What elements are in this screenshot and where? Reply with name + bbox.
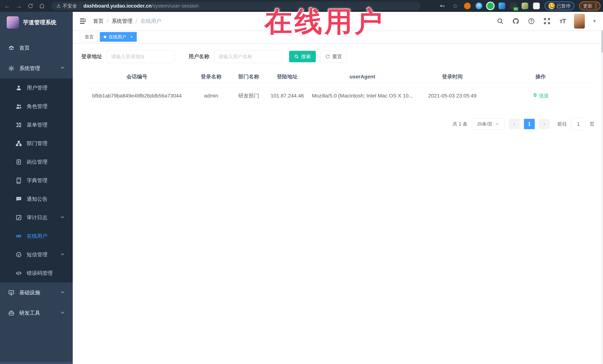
sidebar-item-15[interactable]: 研发工具 (0, 303, 73, 323)
home-icon[interactable] (38, 2, 46, 10)
font-size-icon[interactable]: тT (558, 17, 567, 25)
sidebar-logo-row[interactable]: 芋道管理系统 (0, 12, 73, 33)
extension-icon-pin[interactable] (475, 3, 482, 9)
goto-label: 前往 (557, 121, 567, 127)
column-header: 登录时间 (418, 71, 487, 83)
sidebar-item-label: 审计日志 (27, 214, 47, 221)
user-agent-cell: Mozilla/5.0 (Macintosh; Intel Mac OS X 1… (307, 83, 418, 109)
sidebar-item-14[interactable]: 基础设施 (0, 282, 73, 303)
search-button[interactable]: 搜索 (289, 51, 316, 62)
browser-toolbar: ← → ⚠ 不安全 dashboard.yudao.iocoder.cn /sy… (0, 0, 603, 12)
username-label: 用户名称 (188, 53, 209, 60)
main-area: 首页/系统管理/在线用户 тT ▼ (73, 12, 603, 364)
dept-cell: 研发部门 (230, 83, 268, 109)
sidebar-item-label: 短信管理 (27, 251, 47, 258)
column-header: userAgent (307, 71, 418, 83)
table-header-row: 会话编号登录名称部门名称登陆地址userAgent登录时间操作 (81, 71, 594, 83)
sidebar-item-10[interactable]: 审计日志 (0, 208, 73, 227)
goto-page-input[interactable] (571, 118, 586, 130)
sidebar-item-13[interactable]: 错误码管理 (0, 264, 73, 282)
sidebar-item-6[interactable]: 部门管理 (0, 134, 73, 153)
chevron-down-icon (60, 290, 65, 296)
sidebar-item-8[interactable]: 字典管理 (0, 171, 73, 190)
chrome-update-button[interactable]: 更新 (579, 1, 600, 10)
page-content: 登录地址 用户名称 搜索 重置 (73, 43, 603, 364)
address-bar[interactable]: ⚠ 不安全 dashboard.yudao.iocoder.cn /system… (51, 2, 420, 10)
next-page-button[interactable]: › (539, 119, 550, 129)
forward-icon[interactable]: → (15, 2, 23, 10)
sidebar-item-5[interactable]: 菜单管理 (0, 116, 73, 134)
sidebar-item-11[interactable]: 在线用户 (0, 227, 73, 245)
not-secure-icon: ⚠ (56, 3, 61, 9)
paused-label: 已暂停 (557, 3, 570, 9)
current-page-button[interactable]: 1 (524, 119, 535, 129)
sidebar-item-1[interactable]: 首页 (0, 38, 73, 58)
update-label: 更新 (583, 3, 592, 9)
help-icon[interactable] (527, 17, 535, 25)
profile-paused-chip[interactable]: 已暂停 (545, 1, 574, 10)
bookmark-star-icon[interactable]: ☆ (451, 2, 459, 10)
extension-icon-orange[interactable] (464, 3, 471, 9)
reset-button-label: 重置 (332, 53, 342, 60)
chevron-down-icon (60, 252, 65, 258)
login-address-input[interactable] (106, 50, 175, 63)
sidebar-item-2[interactable]: 系统管理 (0, 58, 73, 78)
extension-icon-puzzle[interactable] (533, 3, 540, 9)
total-count: 共 1 条 (452, 121, 468, 127)
url-domain: dashboard.yudao.iocoder.cn (83, 3, 151, 9)
not-secure-label: 不安全 (62, 3, 77, 9)
search-icon[interactable] (496, 17, 504, 25)
breadcrumb-item-1[interactable]: 首页 (93, 18, 104, 25)
back-icon[interactable]: ← (3, 2, 12, 10)
breadcrumb-item-2[interactable]: 系统管理 (112, 18, 132, 25)
screen: ← → ⚠ 不安全 dashboard.yudao.iocoder.cn /sy… (0, 0, 603, 364)
github-icon[interactable] (512, 17, 520, 25)
pagination: 共 1 条 20条/页 ▼ ‹ 1 › 前往 页 (81, 118, 594, 130)
force-logout-button[interactable]: 强退 (533, 92, 549, 99)
page-size-select[interactable]: 20条/页 ▼ (472, 118, 505, 130)
reload-icon[interactable] (26, 2, 35, 10)
reset-button[interactable]: 重置 (320, 51, 347, 62)
sidebar-item-4[interactable]: 角色管理 (0, 97, 73, 116)
avatar-caret-icon[interactable]: ▼ (592, 19, 597, 24)
window-scrollbar[interactable] (601, 12, 603, 364)
sidebar-item-3[interactable]: 用户管理 (0, 78, 73, 97)
peoples-icon (16, 103, 22, 110)
dict-icon (16, 177, 22, 184)
browser-menu-icon[interactable] (595, 3, 596, 9)
sidebar-item-12[interactable]: 短信管理 (0, 245, 73, 264)
log-icon (16, 214, 22, 221)
tag-label: 在线用户 (109, 34, 126, 40)
extension-icon-green-v[interactable] (487, 3, 494, 9)
extension-icon-diamond[interactable] (499, 3, 505, 9)
action-cell: 强退 (487, 83, 594, 109)
page-size-value: 20条/页 (477, 121, 492, 127)
tree-table-icon (16, 122, 22, 128)
code-icon (16, 270, 22, 276)
extension-icon-feather[interactable] (522, 3, 528, 9)
fullscreen-icon[interactable] (543, 17, 551, 25)
hamburger-icon[interactable] (73, 12, 93, 30)
url-path: /system/user-session (151, 3, 199, 9)
username-input[interactable] (214, 50, 282, 63)
tree-icon (16, 140, 22, 147)
header-actions: тT ▼ (496, 14, 597, 29)
tag-label: 首页 (85, 34, 94, 40)
tag-1[interactable]: 首页 (81, 32, 98, 42)
table-row: bfbb1ab79ba849e49fb26ddb56a73044admin研发部… (81, 83, 594, 109)
close-icon[interactable]: × (130, 34, 133, 39)
username-cell: admin (193, 83, 230, 109)
sidebar-item-7[interactable]: 岗位管理 (0, 153, 73, 171)
column-header: 部门名称 (230, 71, 268, 83)
prev-page-button[interactable]: ‹ (509, 119, 520, 129)
profile-emoji-icon (548, 3, 555, 9)
chevron-down-icon (60, 215, 65, 221)
monitor-icon (8, 289, 14, 296)
app-header: 首页/系统管理/在线用户 тT ▼ (73, 12, 603, 30)
user-avatar[interactable] (574, 14, 585, 29)
tag-2[interactable]: 在线用户× (100, 32, 137, 42)
password-key-icon[interactable] (438, 2, 446, 10)
sidebar-item-9[interactable]: 通知公告 (0, 190, 73, 208)
sidebar-item-label: 部门管理 (27, 140, 47, 147)
extension-icon-en[interactable]: en (510, 3, 517, 9)
